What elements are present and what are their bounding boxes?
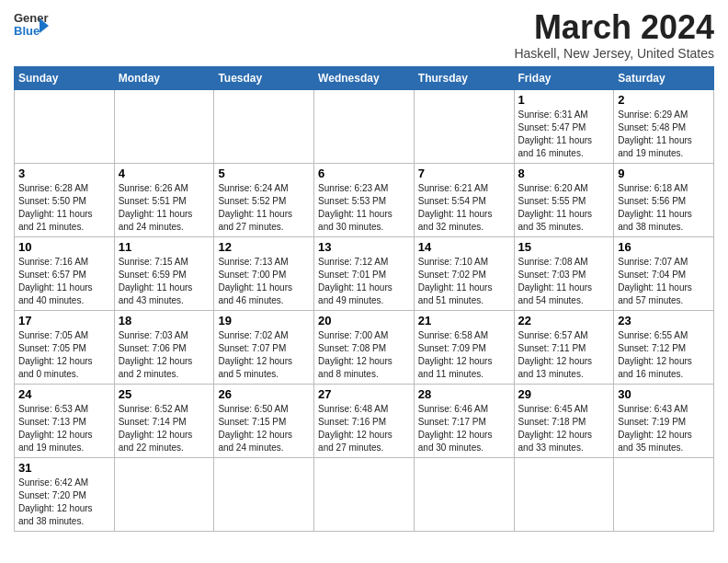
calendar-day-cell: 14Sunrise: 7:10 AM Sunset: 7:02 PM Dayli… <box>414 236 514 310</box>
day-info: Sunrise: 7:05 AM Sunset: 7:05 PM Dayligh… <box>18 329 110 381</box>
day-number: 20 <box>318 314 410 327</box>
calendar-day-cell: 29Sunrise: 6:45 AM Sunset: 7:18 PM Dayli… <box>514 384 614 457</box>
calendar-week-row: 3Sunrise: 6:28 AM Sunset: 5:50 PM Daylig… <box>15 163 714 236</box>
day-number: 15 <box>518 240 610 254</box>
calendar-day-cell: 28Sunrise: 6:46 AM Sunset: 7:17 PM Dayli… <box>414 384 514 457</box>
day-info: Sunrise: 6:52 AM Sunset: 7:14 PM Dayligh… <box>119 403 210 454</box>
day-info: Sunrise: 6:58 AM Sunset: 7:09 PM Dayligh… <box>418 329 510 381</box>
day-info: Sunrise: 6:18 AM Sunset: 5:56 PM Dayligh… <box>618 182 710 234</box>
day-info: Sunrise: 7:15 AM Sunset: 6:59 PM Dayligh… <box>119 256 210 307</box>
calendar-day-cell: 23Sunrise: 6:55 AM Sunset: 7:12 PM Dayli… <box>614 310 714 384</box>
calendar-day-cell: 1Sunrise: 6:31 AM Sunset: 5:47 PM Daylig… <box>514 89 614 163</box>
weekday-header: Monday <box>114 66 214 89</box>
calendar-day-cell: 10Sunrise: 7:16 AM Sunset: 6:57 PM Dayli… <box>15 236 115 310</box>
calendar-day-cell: 30Sunrise: 6:43 AM Sunset: 7:19 PM Dayli… <box>614 384 714 457</box>
calendar-day-cell <box>414 457 514 531</box>
day-info: Sunrise: 6:55 AM Sunset: 7:12 PM Dayligh… <box>618 329 710 381</box>
day-number: 3 <box>18 167 110 180</box>
day-number: 18 <box>119 314 210 327</box>
day-info: Sunrise: 6:26 AM Sunset: 5:51 PM Dayligh… <box>119 182 210 234</box>
calendar-day-cell: 22Sunrise: 6:57 AM Sunset: 7:11 PM Dayli… <box>514 310 614 384</box>
calendar-day-cell: 31Sunrise: 6:42 AM Sunset: 7:20 PM Dayli… <box>15 457 115 531</box>
calendar-day-cell: 9Sunrise: 6:18 AM Sunset: 5:56 PM Daylig… <box>614 163 714 236</box>
calendar-day-cell <box>314 457 415 531</box>
weekday-header: Thursday <box>414 66 514 89</box>
day-info: Sunrise: 6:57 AM Sunset: 7:11 PM Dayligh… <box>518 329 610 381</box>
day-number: 25 <box>119 387 210 401</box>
day-number: 28 <box>418 387 510 401</box>
day-info: Sunrise: 6:43 AM Sunset: 7:19 PM Dayligh… <box>618 403 710 454</box>
day-number: 27 <box>318 387 410 401</box>
calendar-day-cell: 27Sunrise: 6:48 AM Sunset: 7:16 PM Dayli… <box>314 384 415 457</box>
month-title: March 2024 <box>514 9 714 46</box>
calendar-week-row: 10Sunrise: 7:16 AM Sunset: 6:57 PM Dayli… <box>15 236 714 310</box>
day-number: 19 <box>218 314 310 327</box>
calendar-week-row: 31Sunrise: 6:42 AM Sunset: 7:20 PM Dayli… <box>15 457 714 531</box>
day-info: Sunrise: 7:16 AM Sunset: 6:57 PM Dayligh… <box>18 256 110 307</box>
calendar-day-cell <box>214 457 314 531</box>
day-info: Sunrise: 7:02 AM Sunset: 7:07 PM Dayligh… <box>218 329 310 381</box>
calendar-day-cell: 12Sunrise: 7:13 AM Sunset: 7:00 PM Dayli… <box>214 236 314 310</box>
calendar-day-cell <box>114 89 214 163</box>
calendar-day-cell: 6Sunrise: 6:23 AM Sunset: 5:53 PM Daylig… <box>314 163 415 236</box>
calendar-week-row: 1Sunrise: 6:31 AM Sunset: 5:47 PM Daylig… <box>15 89 714 163</box>
day-number: 21 <box>418 314 510 327</box>
calendar-day-cell: 13Sunrise: 7:12 AM Sunset: 7:01 PM Dayli… <box>314 236 415 310</box>
day-info: Sunrise: 7:12 AM Sunset: 7:01 PM Dayligh… <box>318 256 410 307</box>
day-number: 17 <box>18 314 110 327</box>
day-info: Sunrise: 7:00 AM Sunset: 7:08 PM Dayligh… <box>318 329 410 381</box>
weekday-header: Wednesday <box>314 66 415 89</box>
calendar-day-cell <box>614 457 714 531</box>
day-number: 22 <box>518 314 610 327</box>
day-number: 9 <box>618 167 710 180</box>
day-number: 31 <box>18 461 110 475</box>
calendar-day-cell: 24Sunrise: 6:53 AM Sunset: 7:13 PM Dayli… <box>15 384 115 457</box>
calendar-day-cell: 8Sunrise: 6:20 AM Sunset: 5:55 PM Daylig… <box>514 163 614 236</box>
calendar-day-cell <box>214 89 314 163</box>
calendar-day-cell: 18Sunrise: 7:03 AM Sunset: 7:06 PM Dayli… <box>114 310 214 384</box>
day-info: Sunrise: 6:23 AM Sunset: 5:53 PM Dayligh… <box>318 182 410 234</box>
day-number: 7 <box>418 167 510 180</box>
day-info: Sunrise: 6:50 AM Sunset: 7:15 PM Dayligh… <box>218 403 310 454</box>
weekday-header: Friday <box>514 66 614 89</box>
day-info: Sunrise: 6:46 AM Sunset: 7:17 PM Dayligh… <box>418 403 510 454</box>
calendar-day-cell: 16Sunrise: 7:07 AM Sunset: 7:04 PM Dayli… <box>614 236 714 310</box>
day-number: 2 <box>618 93 710 107</box>
calendar-day-cell: 25Sunrise: 6:52 AM Sunset: 7:14 PM Dayli… <box>114 384 214 457</box>
calendar-day-cell: 20Sunrise: 7:00 AM Sunset: 7:08 PM Dayli… <box>314 310 415 384</box>
day-number: 30 <box>618 387 710 401</box>
day-info: Sunrise: 6:28 AM Sunset: 5:50 PM Dayligh… <box>18 182 110 234</box>
calendar-day-cell: 17Sunrise: 7:05 AM Sunset: 7:05 PM Dayli… <box>15 310 115 384</box>
calendar-day-cell: 19Sunrise: 7:02 AM Sunset: 7:07 PM Dayli… <box>214 310 314 384</box>
day-number: 8 <box>518 167 610 180</box>
weekday-header: Saturday <box>614 66 714 89</box>
logo-icon: General Blue <box>14 9 49 42</box>
day-number: 12 <box>218 240 310 254</box>
calendar-day-cell: 2Sunrise: 6:29 AM Sunset: 5:48 PM Daylig… <box>614 89 714 163</box>
day-info: Sunrise: 6:53 AM Sunset: 7:13 PM Dayligh… <box>18 403 110 454</box>
day-info: Sunrise: 6:45 AM Sunset: 7:18 PM Dayligh… <box>518 403 610 454</box>
logo: General Blue <box>14 9 49 42</box>
calendar-day-cell: 15Sunrise: 7:08 AM Sunset: 7:03 PM Dayli… <box>514 236 614 310</box>
day-number: 26 <box>218 387 310 401</box>
calendar-week-row: 17Sunrise: 7:05 AM Sunset: 7:05 PM Dayli… <box>15 310 714 384</box>
day-info: Sunrise: 7:08 AM Sunset: 7:03 PM Dayligh… <box>518 256 610 307</box>
weekday-header: Tuesday <box>214 66 314 89</box>
day-info: Sunrise: 7:10 AM Sunset: 7:02 PM Dayligh… <box>418 256 510 307</box>
day-info: Sunrise: 7:07 AM Sunset: 7:04 PM Dayligh… <box>618 256 710 307</box>
calendar-day-cell: 11Sunrise: 7:15 AM Sunset: 6:59 PM Dayli… <box>114 236 214 310</box>
calendar-week-row: 24Sunrise: 6:53 AM Sunset: 7:13 PM Dayli… <box>15 384 714 457</box>
day-number: 6 <box>318 167 410 180</box>
day-number: 24 <box>18 387 110 401</box>
calendar-day-cell: 7Sunrise: 6:21 AM Sunset: 5:54 PM Daylig… <box>414 163 514 236</box>
weekday-header: Sunday <box>15 66 115 89</box>
day-number: 14 <box>418 240 510 254</box>
day-number: 1 <box>518 93 610 107</box>
calendar-day-cell <box>414 89 514 163</box>
day-info: Sunrise: 6:48 AM Sunset: 7:16 PM Dayligh… <box>318 403 410 454</box>
calendar-day-cell: 4Sunrise: 6:26 AM Sunset: 5:51 PM Daylig… <box>114 163 214 236</box>
calendar-day-cell <box>514 457 614 531</box>
day-info: Sunrise: 6:29 AM Sunset: 5:48 PM Dayligh… <box>618 109 710 160</box>
calendar-day-cell: 5Sunrise: 6:24 AM Sunset: 5:52 PM Daylig… <box>214 163 314 236</box>
day-number: 11 <box>119 240 210 254</box>
